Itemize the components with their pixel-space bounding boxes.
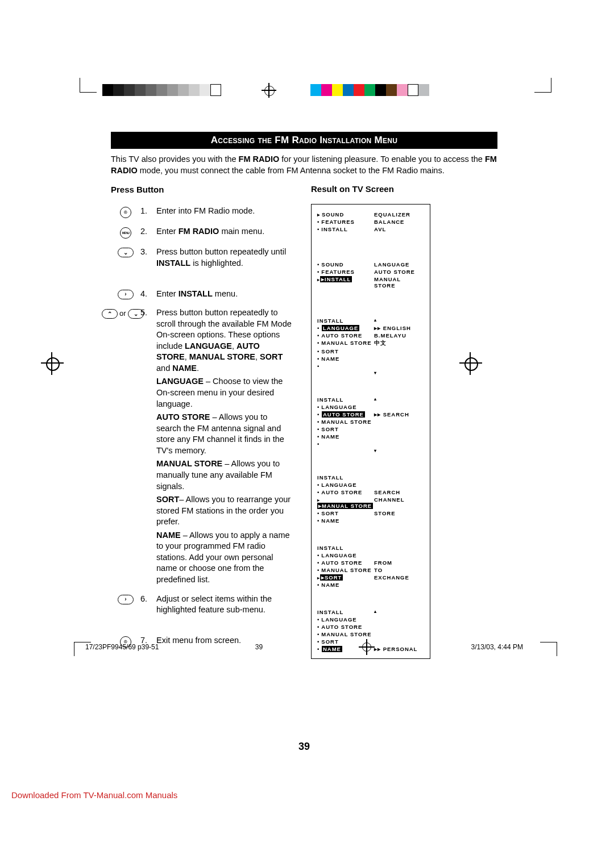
page-content: Accessing the FM Radio Installation Menu… <box>111 132 497 659</box>
down-button-icon: ⌄ <box>118 248 134 257</box>
crop-mark-br <box>546 633 569 656</box>
name-desc: NAME – Allows you to apply a name to you… <box>156 530 292 586</box>
screen-panel: INSTALL▴LANGUAGE• AUTO STORE▸▸ SEARCHMAN… <box>312 390 430 460</box>
autostore-desc: AUTO STORE – Allows you to search the FM… <box>156 412 292 456</box>
menu-button-icon: MENU <box>120 227 131 239</box>
crop-mark-tr <box>534 78 569 103</box>
up-button-icon: ⌃ <box>102 309 118 319</box>
result-header: Result on TV Screen <box>311 184 430 194</box>
press-button-header: Press Button <box>111 184 292 195</box>
tv-screen-illustration: SOUNDEQUALIZERFEATURESBALANCEINSTALLAVLS… <box>311 204 430 659</box>
footer-timestamp: 3/13/03, 4:44 PM <box>471 643 523 651</box>
screen-panel: INSTALLLANGUAGEAUTO STOREFROMMANUAL STOR… <box>312 538 430 594</box>
printer-marks-top <box>63 80 569 108</box>
crop-mark-tl <box>63 78 97 103</box>
step-4-text: Enter INSTALL menu. <box>156 289 292 300</box>
registration-mark-bottom <box>359 639 375 655</box>
download-source-link[interactable]: Downloaded From TV-Manual.com Manuals <box>11 790 177 800</box>
step-6-text: Adjust or select items within the highli… <box>156 594 292 616</box>
step-2-text: Enter FM RADIO main menu. <box>156 226 292 239</box>
step-3-text: Press button button repeatedly until INS… <box>156 247 292 269</box>
right-column: Result on TV Screen SOUNDEQUALIZERFEATUR… <box>311 184 430 659</box>
radio-mode-button-icon: ⦾ <box>120 207 131 218</box>
section-heading: Accessing the FM Radio Installation Menu <box>111 132 497 149</box>
footer-page: 39 <box>255 643 263 651</box>
step-1-text: Enter into FM Radio mode. <box>156 206 292 218</box>
page-number: 39 <box>111 741 497 753</box>
screen-panel: SOUNDLANGUAGEFEATURESAUTO STORE▸▸INSTALL… <box>312 254 430 295</box>
crop-mark-bl <box>63 633 85 656</box>
manualstore-desc: MANUAL STORE – Allows you to manually tu… <box>156 458 292 492</box>
left-column: Press Button ⦾ 1. Enter into FM Radio mo… <box>111 184 292 659</box>
screen-panel: SOUNDEQUALIZERFEATURESBALANCEINSTALLAVL <box>312 205 430 239</box>
screen-panel: INSTALL▴• LANGUAGE▸▸ ENGLISHAUTO STOREB.… <box>312 311 430 382</box>
footer: 17/23PF9945/69 p39-51 39 3/13/03, 4:44 P… <box>85 639 523 655</box>
registration-mark-top <box>262 83 276 98</box>
intro-paragraph: This TV also provides you with the FM RA… <box>111 154 497 176</box>
screen-panel: INSTALLLANGUAGEAUTO STORESEARCH▸▸MANUAL … <box>312 468 430 530</box>
language-desc: LANGUAGE – Choose to view the On-screen … <box>156 376 292 410</box>
step-5-text: Press button button repeatedly to scroll… <box>156 307 292 374</box>
sort-desc: SORT– Allows you to rearrange your store… <box>156 494 292 528</box>
or-label: or <box>119 309 126 318</box>
color-bar <box>310 84 429 96</box>
right-button-icon: › <box>118 290 134 299</box>
footer-file: 17/23PF9945/69 p39-51 <box>85 643 159 651</box>
grayscale-bar <box>102 84 221 96</box>
down-button-icon-2: ⌄ <box>128 309 144 319</box>
right-button-icon-2: › <box>118 595 134 604</box>
